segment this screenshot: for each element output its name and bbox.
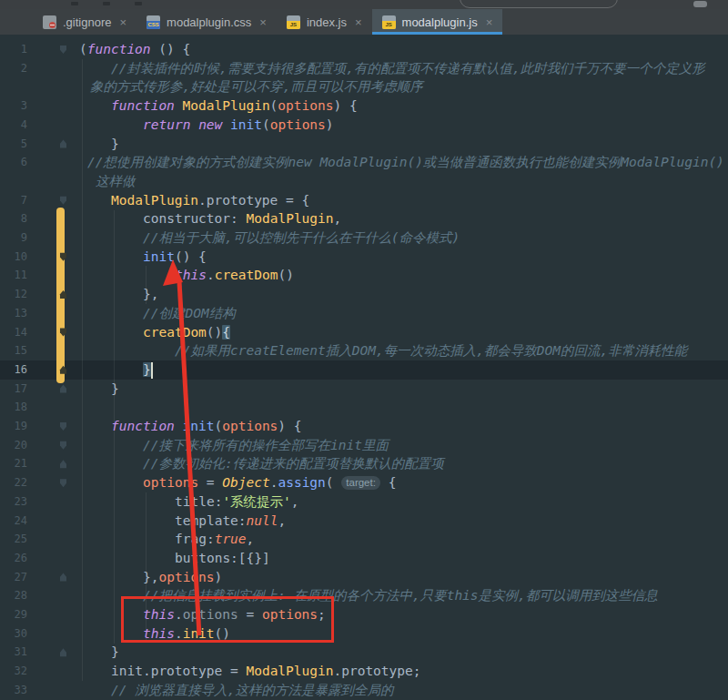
code-token: init — [183, 626, 215, 641]
code-line[interactable]: 14creatDom(){ — [0, 323, 728, 342]
code-token: //参数初始化:传递进来的配置项替换默认的配置项 — [143, 456, 444, 471]
code-text: this.options = options; — [0, 605, 326, 624]
tab-label: index.js — [307, 15, 347, 29]
code-token: . — [175, 607, 183, 622]
tab-modalplugin-css[interactable]: CSS modalplugin.css × — [136, 9, 277, 35]
code-token: options — [222, 419, 278, 433]
css-file-icon: CSS — [147, 15, 160, 29]
code-token: }, — [143, 570, 158, 584]
code-line[interactable]: 29this.options = options; — [0, 605, 728, 624]
js-file-icon: JS — [287, 15, 300, 29]
code-text: frag:true, — [0, 530, 254, 549]
code-text: //创建DOM结构 — [0, 304, 236, 323]
code-line[interactable]: 23title:'系统提示', — [0, 492, 728, 512]
code-token: } — [111, 644, 119, 659]
code-text: //想使用创建对象的方式创建实例new ModalPlugin()或当做普通函数… — [0, 153, 724, 172]
code-text: //如果用creatElement插入DOM,每一次动态插入,都会导致DOM的回… — [0, 341, 687, 360]
code-line[interactable]: 30this.init() — [0, 624, 728, 644]
code-editor[interactable]: 1(function () {2//封装插件的时候,需要支持很多配置项,有的配置… — [0, 35, 728, 700]
code-text: //把信息挂载到实例上: 在原型的各个方法中,只要this是实例,都可以调用到这… — [0, 586, 658, 605]
code-line[interactable]: 9//相当于大脑,可以控制先干什么在干什么(命令模式) — [0, 228, 728, 248]
code-token: } — [143, 362, 151, 377]
code-line[interactable]: 7ModalPlugin.prototype = { — [0, 191, 728, 210]
code-token: constructor — [143, 211, 230, 226]
code-token: () { — [151, 42, 191, 56]
code-line[interactable]: 这样做 — [0, 172, 728, 191]
code-line[interactable]: 11this.creatDom() — [0, 266, 728, 285]
code-text: } — [0, 643, 119, 662]
code-line[interactable]: 18 — [0, 398, 728, 417]
code-text: function init(options) { — [0, 417, 302, 436]
code-line[interactable]: 12}, — [0, 285, 728, 304]
line-number[interactable]: 18 — [0, 398, 27, 417]
code-line[interactable]: 27},options) — [0, 568, 728, 587]
code-line[interactable]: 16} — [0, 360, 728, 380]
close-tab-icon[interactable]: × — [486, 16, 493, 28]
code-token: : — [230, 211, 246, 226]
code-token: () — [278, 268, 294, 282]
code-line[interactable]: 5} — [0, 135, 728, 154]
code-text: //相当于大脑,可以控制先干什么在干什么(命令模式) — [0, 228, 460, 248]
code-token — [175, 98, 183, 113]
code-line[interactable]: 32init.prototype = ModalPlugin.prototype… — [0, 662, 728, 681]
code-token: , — [291, 494, 299, 509]
code-text: } — [0, 135, 119, 154]
toolbar-icon[interactable] — [693, 1, 707, 7]
toolbar-icon[interactable] — [71, 2, 78, 5]
code-line[interactable]: 1(function () { — [0, 40, 728, 59]
close-tab-icon[interactable]: × — [119, 16, 126, 28]
tab-index-js[interactable]: JS index.js × — [277, 9, 372, 35]
code-token: ) { — [278, 419, 301, 433]
code-line[interactable]: 2//封装插件的时候,需要支持很多配置项,有的配置项不传递有默认值,此时我们千万… — [0, 59, 728, 78]
code-text: //封装插件的时候,需要支持很多配置项,有的配置项不传递有默认值,此时我们千万不… — [0, 59, 705, 78]
toolbar-icon[interactable] — [135, 2, 142, 5]
search-field[interactable] — [460, 0, 618, 8]
code-token: ModalPlugin — [247, 211, 334, 226]
ide-window: .gitignore × CSS modalplugin.css × JS in… — [0, 0, 728, 700]
code-token: creatDom — [143, 325, 207, 340]
code-line[interactable]: 6//想使用创建对象的方式创建实例new ModalPlugin()或当做普通函… — [0, 153, 728, 172]
code-token: function — [111, 419, 175, 433]
code-line[interactable]: 17} — [0, 380, 728, 399]
code-line[interactable]: 26buttons:[{}] — [0, 549, 728, 568]
code-line[interactable]: 15//如果用creatElement插入DOM,每一次动态插入,都会导致DOM… — [0, 341, 728, 360]
code-token: { — [222, 325, 230, 340]
code-line[interactable]: 19function init(options) { — [0, 417, 728, 436]
code-line[interactable]: 24template:null, — [0, 512, 728, 531]
code-line[interactable]: 8constructor: ModalPlugin, — [0, 209, 728, 228]
code-token: = — [222, 664, 246, 678]
code-token: ; — [318, 607, 326, 622]
code-line[interactable]: 10init() { — [0, 248, 728, 267]
code-line[interactable]: 13//创建DOM结构 — [0, 304, 728, 323]
code-line[interactable]: 33// 浏览器直接导入,这样的方法是暴露到全局的 — [0, 681, 728, 700]
toolbar-icon[interactable] — [103, 2, 110, 5]
code-line[interactable]: 22options = Object.assign( target: { — [0, 473, 728, 492]
js-file-icon: JS — [382, 15, 396, 29]
code-token: creatDom — [215, 268, 278, 282]
code-text: }, — [0, 285, 158, 304]
code-token: 这样做 — [96, 174, 136, 188]
code-token: () { — [175, 249, 207, 264]
tab-label: modalplugin.js — [402, 15, 478, 29]
code-line[interactable]: 25frag:true, — [0, 530, 728, 549]
code-token: new — [198, 117, 222, 132]
code-line[interactable]: 28//把信息挂载到实例上: 在原型的各个方法中,只要this是实例,都可以调用… — [0, 586, 728, 605]
code-line[interactable]: 21//参数初始化:传递进来的配置项替换默认的配置项 — [0, 454, 728, 473]
tab-gitignore[interactable]: .gitignore × — [33, 9, 136, 35]
close-tab-icon[interactable]: × — [355, 16, 362, 28]
code-token: init — [230, 117, 262, 132]
code-line[interactable]: 4return new init(options) — [0, 116, 728, 135]
code-text: (function () { — [0, 40, 190, 59]
toolbar-strip — [0, 0, 728, 9]
code-token: ( — [79, 42, 87, 56]
code-token: init — [143, 249, 175, 264]
code-line[interactable]: 31} — [0, 643, 728, 662]
code-token: () — [207, 325, 222, 340]
code-token: //如果用creatElement插入DOM,每一次动态插入,都会导致DOM的回… — [175, 343, 687, 358]
code-line[interactable]: 20//接下来将所有的操作全部写在init里面 — [0, 436, 728, 455]
code-token: options — [278, 98, 333, 113]
code-line[interactable]: 3function ModalPlugin(options) { — [0, 96, 728, 116]
tab-modalplugin-js[interactable]: JS modalplugin.js × — [372, 9, 503, 35]
close-tab-icon[interactable]: × — [259, 16, 267, 28]
code-line[interactable]: 象的方式传形参,好处是可以不穿,而且可以不用考虑顺序 — [0, 77, 728, 96]
